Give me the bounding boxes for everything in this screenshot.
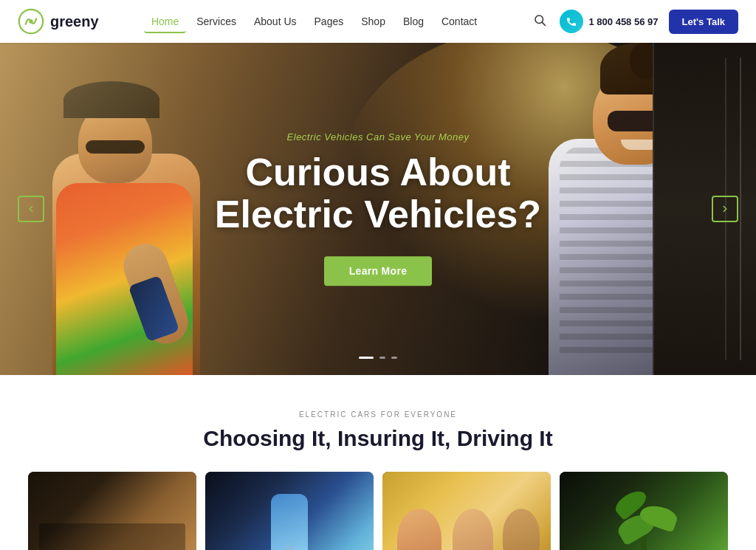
- svg-point-1: [29, 19, 32, 23]
- arrow-right-icon: [720, 204, 730, 214]
- card-1[interactable]: [28, 472, 196, 550]
- nav-link-blog[interactable]: Blog: [396, 11, 431, 32]
- hero-title-line1: Curious About: [245, 151, 510, 193]
- search-icon: [533, 13, 546, 27]
- svg-line-3: [542, 22, 545, 25]
- search-button[interactable]: [530, 10, 549, 32]
- nav-item-blog[interactable]: Blog: [396, 15, 431, 28]
- navbar: greeny Home Services About Us Pages Shop…: [0, 0, 756, 43]
- nav-link-about[interactable]: About Us: [247, 11, 304, 32]
- nav-link-pages[interactable]: Pages: [307, 11, 351, 32]
- hero-subtitle: Electric Vehicles Can Save Your Money: [157, 131, 599, 142]
- hero-arrow-left[interactable]: [18, 196, 44, 222]
- nav-item-contact[interactable]: Contact: [434, 15, 484, 28]
- logo-icon: [18, 8, 44, 35]
- nav-link-shop[interactable]: Shop: [354, 11, 393, 32]
- hero-dot-1[interactable]: [359, 357, 374, 359]
- lets-talk-button[interactable]: Let's Talk: [669, 10, 738, 34]
- nav-link-services[interactable]: Services: [189, 11, 244, 32]
- nav-item-about[interactable]: About Us: [247, 15, 304, 28]
- phone-group: 1 800 458 56 97: [560, 10, 659, 33]
- learn-more-button[interactable]: Learn More: [324, 257, 432, 286]
- hero-title: Curious About Electric Vehicles?: [157, 151, 599, 236]
- hero-section: Electric Vehicles Can Save Your Money Cu…: [0, 43, 756, 375]
- nav-menu: Home Services About Us Pages Shop Blog C…: [144, 15, 484, 28]
- nav-item-shop[interactable]: Shop: [354, 15, 393, 28]
- nav-item-pages[interactable]: Pages: [307, 15, 351, 28]
- section-cards: ELECTRIC CARS FOR EVERYONE Choosing It, …: [0, 375, 756, 550]
- phone-icon: [566, 16, 577, 27]
- phone-number: 1 800 458 56 97: [589, 16, 659, 27]
- hero-dot-3[interactable]: [391, 357, 397, 359]
- arrow-left-icon: [26, 204, 36, 214]
- card-4[interactable]: [560, 472, 728, 550]
- card-3[interactable]: [382, 472, 551, 550]
- section-title: Choosing It, Insuring It, Driving It: [18, 426, 738, 451]
- hero-dot-2[interactable]: [379, 357, 385, 359]
- nav-link-contact[interactable]: Contact: [434, 11, 484, 32]
- logo-link[interactable]: greeny: [18, 8, 99, 35]
- cards-row: [18, 472, 738, 550]
- hero-title-line2: Electric Vehicles?: [215, 193, 541, 236]
- nav-link-home[interactable]: Home: [144, 11, 186, 33]
- hero-arrow-right[interactable]: [712, 196, 738, 222]
- hero-dots: [359, 357, 397, 359]
- phone-avatar: [560, 10, 583, 33]
- nav-item-home[interactable]: Home: [144, 15, 186, 28]
- hero-content: Electric Vehicles Can Save Your Money Cu…: [157, 131, 599, 286]
- logo-text: greeny: [50, 13, 99, 30]
- nav-item-services[interactable]: Services: [189, 15, 244, 28]
- card-2[interactable]: [205, 472, 374, 550]
- section-label: ELECTRIC CARS FOR EVERYONE: [18, 410, 738, 419]
- navbar-right: 1 800 458 56 97 Let's Talk: [530, 10, 738, 34]
